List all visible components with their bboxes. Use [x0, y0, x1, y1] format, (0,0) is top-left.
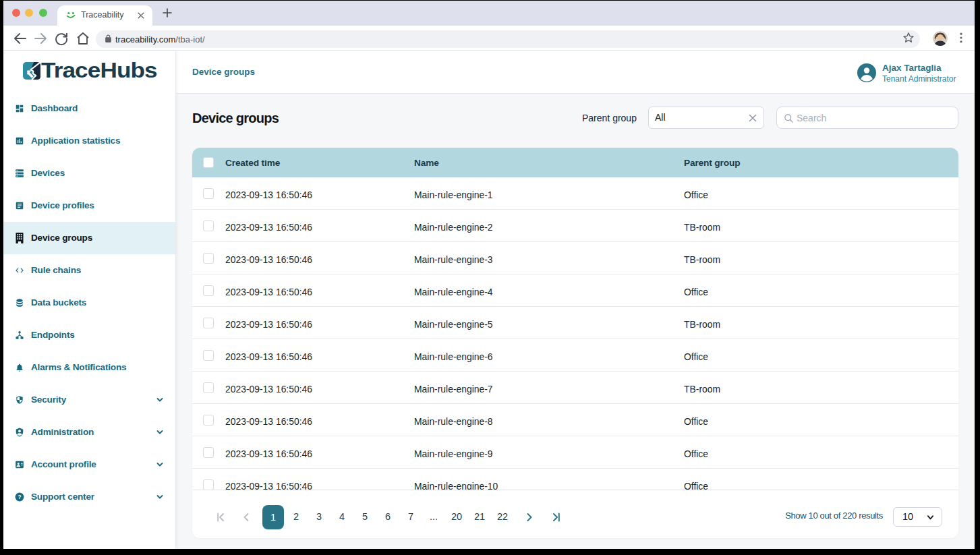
svg-text:?: ?	[18, 494, 22, 500]
